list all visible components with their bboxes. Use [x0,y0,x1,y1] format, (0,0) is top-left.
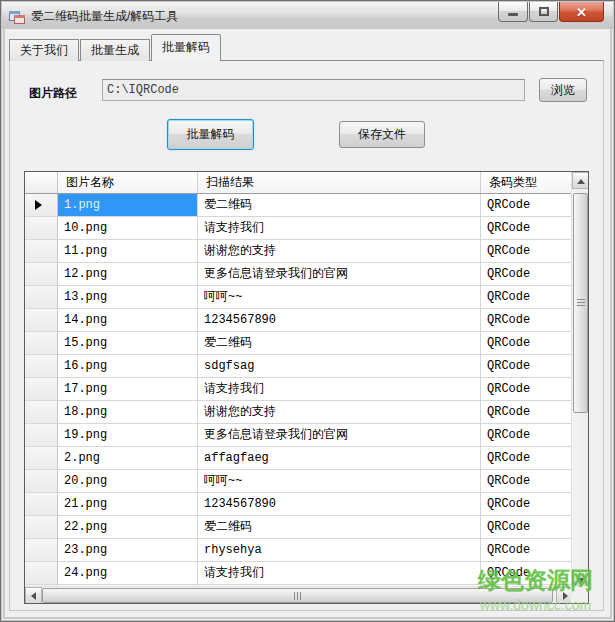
maximize-button[interactable] [529,2,558,22]
horizontal-scrollbar[interactable] [25,586,573,603]
cell-scan-result[interactable]: 爱二维码 [198,332,481,355]
cell-scan-result[interactable]: 更多信息请登录我们的官网 [198,424,481,447]
cell-barcode-type[interactable]: QRCode [481,562,573,585]
row-header[interactable] [25,217,58,240]
cell-image-name[interactable]: 17.png [58,378,198,401]
scroll-left-button[interactable] [25,587,42,603]
cell-image-name[interactable]: 14.png [58,309,198,332]
cell-scan-result[interactable]: 呵呵~~ [198,286,481,309]
cell-scan-result[interactable]: affagfaeg [198,447,481,470]
cell-image-name[interactable]: 22.png [58,516,198,539]
column-header-image-name[interactable]: 图片名称 [58,172,198,193]
cell-scan-result[interactable]: 1234567890 [198,309,481,332]
cell-barcode-type[interactable]: QRCode [481,447,573,470]
table-row[interactable]: 18.png谢谢您的支持QRCode [25,401,588,424]
cell-image-name[interactable]: 18.png [58,401,198,424]
cell-barcode-type[interactable]: QRCode [481,378,573,401]
row-header[interactable] [25,424,58,447]
column-header-barcode-type[interactable]: 条码类型 [481,172,573,193]
cell-scan-result[interactable]: sdgfsag [198,355,481,378]
row-header[interactable] [25,263,58,286]
cell-image-name[interactable]: 12.png [58,263,198,286]
cell-barcode-type[interactable]: QRCode [481,263,573,286]
cell-barcode-type[interactable]: QRCode [481,355,573,378]
cell-barcode-type[interactable]: QRCode [481,217,573,240]
table-row[interactable]: 1.png爱二维码QRCode [25,194,588,217]
table-row[interactable]: 13.png呵呵~~QRCode [25,286,588,309]
row-header[interactable] [25,447,58,470]
row-header[interactable] [25,539,58,562]
vertical-scrollbar-thumb[interactable] [573,193,588,413]
cell-image-name[interactable]: 24.png [58,562,198,585]
table-row[interactable]: 12.png更多信息请登录我们的官网QRCode [25,263,588,286]
cell-scan-result[interactable]: 呵呵~~ [198,470,481,493]
cell-barcode-type[interactable]: QRCode [481,539,573,562]
cell-barcode-type[interactable]: QRCode [481,424,573,447]
cell-image-name[interactable]: 13.png [58,286,198,309]
cell-image-name[interactable]: 11.png [58,240,198,263]
table-row[interactable]: 21.png1234567890QRCode [25,493,588,516]
table-row[interactable]: 14.png1234567890QRCode [25,309,588,332]
cell-scan-result[interactable]: 爱二维码 [198,516,481,539]
table-row[interactable]: 2.pngaffagfaegQRCode [25,447,588,470]
cell-scan-result[interactable]: 更多信息请登录我们的官网 [198,263,481,286]
horizontal-scrollbar-thumb[interactable] [42,588,553,603]
row-header[interactable] [25,516,58,539]
row-header[interactable] [25,470,58,493]
cell-image-name[interactable]: 21.png [58,493,198,516]
cell-barcode-type[interactable]: QRCode [481,493,573,516]
table-row[interactable]: 11.png谢谢您的支持QRCode [25,240,588,263]
cell-image-name[interactable]: 16.png [58,355,198,378]
row-header[interactable] [25,355,58,378]
row-header[interactable] [25,562,58,585]
row-header[interactable] [25,194,58,217]
cell-barcode-type[interactable]: QRCode [481,332,573,355]
image-path-input[interactable]: C:\IQRCode [102,79,525,101]
cell-scan-result[interactable]: 请支持我们 [198,562,481,585]
cell-scan-result[interactable]: 请支持我们 [198,378,481,401]
cell-barcode-type[interactable]: QRCode [481,240,573,263]
table-row[interactable]: 22.png爱二维码QRCode [25,516,588,539]
table-row[interactable]: 16.pngsdgfsagQRCode [25,355,588,378]
cell-image-name[interactable]: 19.png [58,424,198,447]
cell-image-name[interactable]: 1.png [58,194,198,217]
table-row[interactable]: 19.png更多信息请登录我们的官网QRCode [25,424,588,447]
column-header-scan-result[interactable]: 扫描结果 [198,172,481,193]
row-header[interactable] [25,309,58,332]
table-row[interactable]: 17.png请支持我们QRCode [25,378,588,401]
row-header[interactable] [25,332,58,355]
row-header[interactable] [25,240,58,263]
cell-scan-result[interactable]: 1234567890 [198,493,481,516]
cell-barcode-type[interactable]: QRCode [481,309,573,332]
cell-scan-result[interactable]: rhysehya [198,539,481,562]
cell-barcode-type[interactable]: QRCode [481,516,573,539]
row-header[interactable] [25,286,58,309]
row-header[interactable] [25,493,58,516]
cell-image-name[interactable]: 20.png [58,470,198,493]
tab-about[interactable]: 关于我们 [9,39,79,61]
cell-scan-result[interactable]: 谢谢您的支持 [198,240,481,263]
cell-scan-result[interactable]: 谢谢您的支持 [198,401,481,424]
cell-scan-result[interactable]: 爱二维码 [198,194,481,217]
cell-barcode-type[interactable]: QRCode [481,194,573,217]
batch-decode-button[interactable]: 批量解码 [167,119,254,150]
browse-button[interactable]: 浏览 [539,78,587,102]
table-row[interactable]: 10.png请支持我们QRCode [25,217,588,240]
cell-image-name[interactable]: 10.png [58,217,198,240]
grid-corner-header[interactable] [25,172,58,193]
cell-scan-result[interactable]: 请支持我们 [198,217,481,240]
cell-barcode-type[interactable]: QRCode [481,470,573,493]
tab-batch-decode[interactable]: 批量解码 [151,34,221,61]
table-row[interactable]: 20.png呵呵~~QRCode [25,470,588,493]
scroll-up-button[interactable] [572,172,588,189]
title-bar[interactable]: 爱二维码批量生成/解码工具 ✕ [2,2,613,29]
cell-image-name[interactable]: 15.png [58,332,198,355]
table-row[interactable]: 15.png爱二维码QRCode [25,332,588,355]
vertical-scrollbar[interactable] [571,172,588,588]
cell-image-name[interactable]: 23.png [58,539,198,562]
table-row[interactable]: 23.pngrhysehyaQRCode [25,539,588,562]
minimize-button[interactable] [498,2,528,22]
row-header[interactable] [25,401,58,424]
row-header[interactable] [25,378,58,401]
table-row[interactable]: 24.png请支持我们QRCode [25,562,588,585]
